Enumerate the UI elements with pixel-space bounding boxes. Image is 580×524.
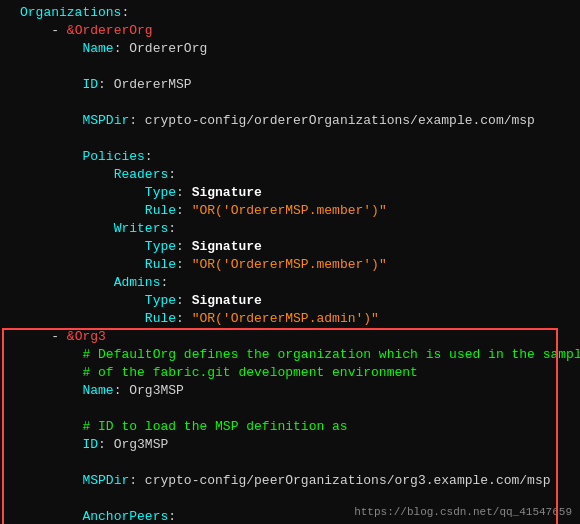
code-line: Readers:	[0, 166, 580, 184]
code-token: crypto-config/peerOrganizations/org3.exa…	[145, 472, 551, 490]
code-token: Rule	[145, 202, 176, 220]
code-line	[0, 58, 580, 76]
code-token: AnchorPeers	[82, 508, 168, 524]
code-token: crypto-config/ordererOrganizations/examp…	[145, 112, 535, 130]
code-line: - &Org3	[0, 328, 580, 346]
code-token: Admins	[114, 274, 161, 292]
code-token: :	[114, 40, 130, 58]
code-line	[0, 454, 580, 472]
code-token: # of the fabric.git development environm…	[82, 364, 417, 382]
code-token: Rule	[145, 310, 176, 328]
code-line	[0, 400, 580, 418]
code-line: Type: Signature	[0, 184, 580, 202]
code-line: Writers:	[0, 220, 580, 238]
code-token: "OR('OrdererMSP.member')"	[192, 256, 387, 274]
code-line: Rule: "OR('OrdererMSP.member')"	[0, 202, 580, 220]
watermark: https://blog.csdn.net/qq_41547659	[354, 506, 572, 518]
code-token: Rule	[145, 256, 176, 274]
code-token: :	[121, 4, 129, 22]
code-token: &Org3	[67, 328, 106, 346]
code-token: :	[176, 292, 192, 310]
code-token: :	[145, 148, 153, 166]
code-line: Rule: "OR('OrdererMSP.member')"	[0, 256, 580, 274]
code-token: Signature	[192, 184, 262, 202]
code-token: Name	[82, 40, 113, 58]
code-token: :	[129, 112, 145, 130]
code-line: # of the fabric.git development environm…	[0, 364, 580, 382]
code-token: Type	[145, 238, 176, 256]
code-line: Organizations:	[0, 4, 580, 22]
code-token: Readers	[114, 166, 169, 184]
code-line: Name: Org3MSP	[0, 382, 580, 400]
code-token: :	[176, 256, 192, 274]
code-token: :	[176, 184, 192, 202]
code-token: :	[168, 220, 176, 238]
code-token: Signature	[192, 238, 262, 256]
code-token: :	[114, 382, 130, 400]
code-line: Admins:	[0, 274, 580, 292]
code-token: :	[168, 508, 176, 524]
code-line: MSPDir: crypto-config/ordererOrganizatio…	[0, 112, 580, 130]
code-token: MSPDir	[82, 112, 129, 130]
code-line: # ID to load the MSP definition as	[0, 418, 580, 436]
code-token: Name	[82, 382, 113, 400]
code-token: :	[160, 274, 168, 292]
code-token: Type	[145, 292, 176, 310]
code-token: &OrdererOrg	[67, 22, 153, 40]
code-token: # ID to load the MSP definition as	[82, 418, 347, 436]
code-line: # DefaultOrg defines the organization wh…	[0, 346, 580, 364]
code-token: # DefaultOrg defines the organization wh…	[82, 346, 580, 364]
code-token: -	[51, 22, 67, 40]
code-token: "OR('OrdererMSP.member')"	[192, 202, 387, 220]
code-token: Writers	[114, 220, 169, 238]
code-token: Organizations	[20, 4, 121, 22]
code-line	[0, 94, 580, 112]
code-token: :	[98, 76, 114, 94]
code-line: Type: Signature	[0, 292, 580, 310]
code-token: OrdererMSP	[114, 76, 192, 94]
code-line: Type: Signature	[0, 238, 580, 256]
code-line	[0, 130, 580, 148]
code-token: :	[176, 202, 192, 220]
code-token: -	[51, 328, 67, 346]
code-line: MSPDir: crypto-config/peerOrganizations/…	[0, 472, 580, 490]
code-token: :	[176, 238, 192, 256]
code-line: Policies:	[0, 148, 580, 166]
code-line: ID: OrdererMSP	[0, 76, 580, 94]
code-token: "OR('OrdererMSP.admin')"	[192, 310, 379, 328]
code-token: MSPDir	[82, 472, 129, 490]
code-token: ID	[82, 436, 98, 454]
code-line: - &OrdererOrg	[0, 22, 580, 40]
code-token: OrdererOrg	[129, 40, 207, 58]
code-token: Org3MSP	[114, 436, 169, 454]
code-token: Type	[145, 184, 176, 202]
code-token: :	[176, 310, 192, 328]
code-editor: Organizations: - &OrdererOrg Name: Order…	[0, 0, 580, 524]
code-token: Policies	[82, 148, 144, 166]
code-line: Name: OrdererOrg	[0, 40, 580, 58]
code-token: ID	[82, 76, 98, 94]
code-token: Signature	[192, 292, 262, 310]
code-line: ID: Org3MSP	[0, 436, 580, 454]
code-token: :	[168, 166, 176, 184]
code-token: :	[98, 436, 114, 454]
code-line: Rule: "OR('OrdererMSP.admin')"	[0, 310, 580, 328]
code-token: :	[129, 472, 145, 490]
code-token: Org3MSP	[129, 382, 184, 400]
